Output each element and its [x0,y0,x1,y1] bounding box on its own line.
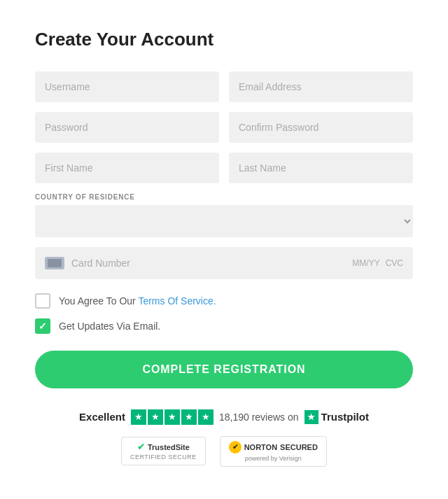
tp-star-3: ★ [164,409,180,425]
username-input[interactable] [35,71,219,102]
last-name-input[interactable] [229,153,413,183]
card-mmyy-label: MM/YY [352,258,379,268]
card-section: MM/YY CVC [35,247,413,279]
trusted-site-check-icon: ✔ [137,442,145,452]
last-name-field [229,153,413,183]
tp-star-2: ★ [148,409,163,425]
tp-star-4: ★ [181,409,197,425]
email-field [229,71,413,102]
card-icon [45,257,64,269]
norton-badge: ✔ NORTON SECURED powered by Verisign [220,436,327,467]
submit-button[interactable]: COMPLETE REGISTRATION [35,351,413,388]
row-names [35,153,413,183]
card-cvc-label: CVC [386,258,403,268]
updates-checkbox[interactable]: ✓ [35,318,50,334]
trustpilot-row: Excellent ★ ★ ★ ★ ★ 18,190 reviews on ★ … [79,409,369,425]
trusted-site-sub: CERTIFIED SECURE [130,454,197,461]
registration-form: Create Your Account COUNTRY OF RESIDENCE [28,14,420,481]
country-select[interactable]: United States United Kingdom Canada Aust… [35,205,413,237]
row-passwords [35,112,413,143]
card-right-labels: MM/YY CVC [352,258,403,268]
row-username-email [35,71,413,102]
norton-secured-label: SECURED [280,443,318,451]
trusted-site-label: TrustedSite [148,443,190,451]
page-title: Create Your Account [35,28,413,52]
excellent-label: Excellent [79,411,125,423]
reviews-text: 18,190 reviews on [219,412,299,423]
norton-header: ✔ NORTON SECURED [229,441,318,454]
confirm-password-input[interactable] [229,112,413,143]
tp-star-1: ★ [131,409,146,425]
tp-star-5: ★ [198,409,214,425]
updates-row: ✓ Get Updates Via Email. [35,318,413,334]
card-input-wrapper: MM/YY CVC [35,247,413,279]
trustpilot-logo: ★ Trustpilot [304,410,369,424]
terms-label: You Agree To Our Terms Of Service. [59,295,216,307]
card-icon-inner [48,259,62,267]
terms-link[interactable]: Terms Of Service. [138,295,216,307]
terms-checkbox[interactable] [35,293,50,309]
norton-powered: powered by Verisign [245,455,302,462]
trusted-site-header: ✔ TrustedSite [137,442,190,452]
checkmark-icon: ✓ [38,321,47,331]
email-input[interactable] [229,71,413,102]
card-number-input[interactable] [71,258,352,269]
checkboxes-section: You Agree To Our Terms Of Service. ✓ Get… [35,293,413,334]
updates-label: Get Updates Via Email. [59,321,160,332]
username-field [35,71,219,102]
first-name-input[interactable] [35,153,219,183]
trust-section: Excellent ★ ★ ★ ★ ★ 18,190 reviews on ★ … [35,409,413,467]
country-section: COUNTRY OF RESIDENCE United States Unite… [35,193,413,237]
trustpilot-logo-star: ★ [304,410,318,424]
password-field [35,112,219,143]
trusted-site-badge: ✔ TrustedSite CERTIFIED SECURE [121,437,206,465]
tp-stars: ★ ★ ★ ★ ★ [131,409,214,425]
confirm-password-field [229,112,413,143]
country-label: COUNTRY OF RESIDENCE [35,193,413,201]
norton-icon: ✔ [229,441,241,454]
norton-label: NORTON [244,443,277,451]
badges-row: ✔ TrustedSite CERTIFIED SECURE ✔ NORTON … [121,436,327,467]
trustpilot-label: Trustpilot [321,411,369,423]
terms-row: You Agree To Our Terms Of Service. [35,293,413,309]
first-name-field [35,153,219,183]
password-input[interactable] [35,112,219,143]
